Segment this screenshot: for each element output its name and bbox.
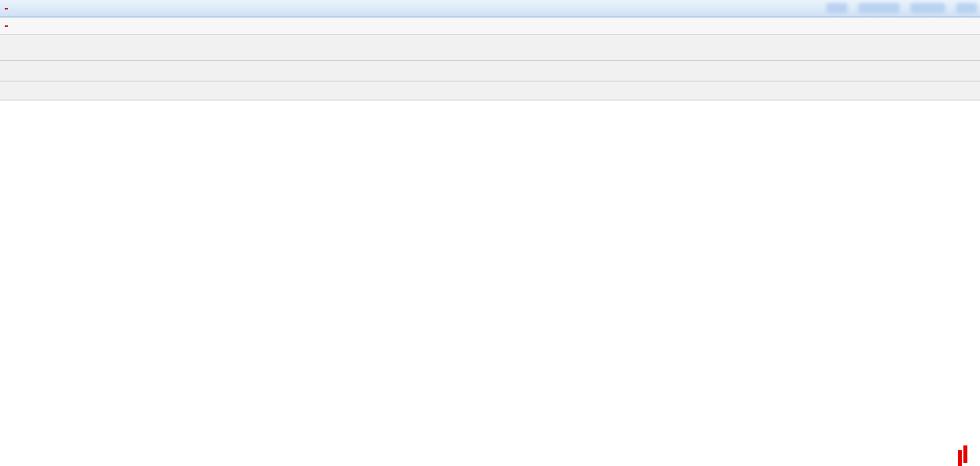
window-control-blur-4[interactable]: [956, 3, 977, 13]
chart-area[interactable]: [0, 100, 980, 466]
toolbar-drawing-tools: [0, 81, 980, 100]
watermark: [963, 445, 974, 463]
watermark-seal-icon: [963, 445, 967, 463]
window-control-blur-1[interactable]: [827, 3, 847, 13]
menu-bar: [0, 17, 980, 35]
kline-chart-canvas[interactable]: [0, 100, 980, 466]
toolbar-navigation: [0, 61, 980, 81]
app-logo-icon: [5, 8, 8, 9]
menu-logo-icon: [5, 25, 8, 27]
window-titlebar: [0, 0, 980, 17]
window-control-blur-3[interactable]: [910, 3, 945, 13]
toolbar-main: [0, 35, 980, 61]
window-controls[interactable]: [827, 3, 977, 13]
window-control-blur-2[interactable]: [858, 3, 899, 13]
